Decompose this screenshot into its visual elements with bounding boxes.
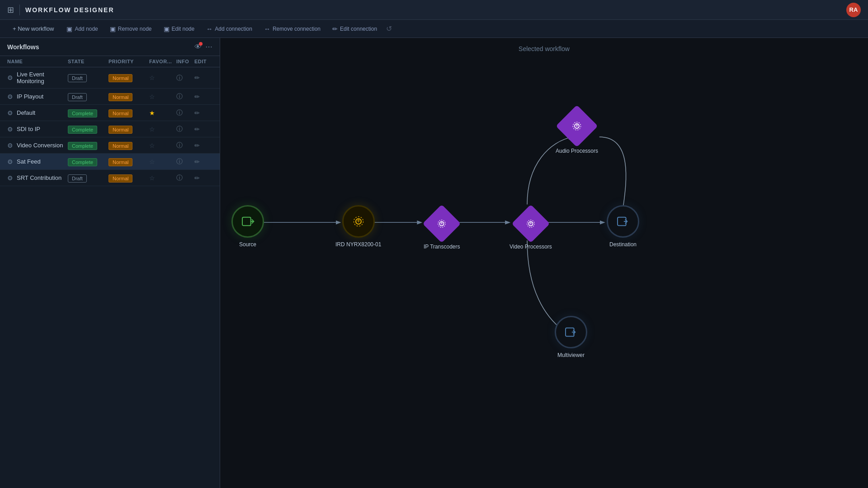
edit-icon[interactable]: ✏ <box>194 93 200 100</box>
info-icon[interactable]: ⓘ <box>176 174 183 181</box>
destination-node[interactable]: Destination <box>607 205 639 248</box>
edit-icon[interactable]: ✏ <box>194 74 200 81</box>
favorite-icon[interactable]: ☆ <box>149 158 155 165</box>
add-connection-icon: ↔ <box>206 25 212 33</box>
table-header: NAME STATE PRIORITY FAVOR... INFO EDIT <box>0 56 220 67</box>
workflow-row-live-event[interactable]: ⚙ Live Event Monitoring Draft Normal ☆ ⓘ… <box>0 67 220 89</box>
info-icon[interactable]: ⓘ <box>176 109 183 116</box>
ird-node[interactable]: IRD NYRX8200-01 <box>335 205 381 248</box>
undo-button[interactable]: ↺ <box>386 24 392 33</box>
grid-icon[interactable]: ⊞ <box>7 5 14 15</box>
priority-badge: Normal <box>108 142 132 150</box>
state-badge: Complete <box>68 158 97 166</box>
app-title: WORKFLOW DESIGNER <box>25 6 114 14</box>
state-badge: Complete <box>68 142 97 150</box>
priority-badge: Normal <box>108 174 132 183</box>
workflow-row-ip-playout[interactable]: ⚙ IP Playout Draft Normal ☆ ⓘ ✏ <box>0 89 220 105</box>
workflow-row-default[interactable]: ⚙ Default Complete Normal ★ ⓘ ✏ <box>0 105 220 121</box>
sidebar-actions: 👁 ⋯ <box>194 42 212 51</box>
priority-badge: Normal <box>108 93 132 101</box>
destination-label: Destination <box>609 241 637 248</box>
priority-badge: Normal <box>108 158 132 166</box>
workflow-row-video-conversion[interactable]: ⚙ Video Conversion Complete Normal ☆ ⓘ ✏ <box>0 137 220 154</box>
video-processors-node[interactable]: Video Processors <box>509 207 552 250</box>
edit-connection-icon: ✏ <box>332 25 338 33</box>
workflow-icon: ⚙ <box>7 126 13 133</box>
edit-node-button[interactable]: ▣ Edit node <box>159 23 199 34</box>
favorite-icon[interactable]: ☆ <box>149 74 155 81</box>
info-icon[interactable]: ⓘ <box>176 125 183 132</box>
main-content: Workflows 👁 ⋯ NAME STATE PRIORITY FAVOR.… <box>0 38 868 488</box>
multiviewer-node[interactable]: Multiviewer <box>555 316 587 358</box>
ip-transcoders-node[interactable]: IP Transcoders <box>424 207 460 250</box>
edit-icon[interactable]: ✏ <box>194 142 200 149</box>
nav-divider <box>19 5 20 15</box>
ip-transcoders-label: IP Transcoders <box>424 244 460 250</box>
toolbar: + New workflow ▣ Add node ▣ Remove node … <box>0 20 868 38</box>
filter-icon-button[interactable]: 👁 <box>194 43 202 51</box>
add-node-icon: ▣ <box>66 25 72 33</box>
workflow-row-srt-contribution[interactable]: ⚙ SRT Contribution Draft Normal ☆ ⓘ ✏ <box>0 170 220 186</box>
workflow-name: SRT Contribution <box>17 174 61 181</box>
ip-transcoders-diamond <box>425 207 458 240</box>
workflow-name: Video Conversion <box>17 142 63 149</box>
add-node-button[interactable]: ▣ Add node <box>62 23 102 34</box>
more-icon: ⋯ <box>205 43 212 51</box>
remove-node-button[interactable]: ▣ Remove node <box>105 23 156 34</box>
workflow-row-sdi-to-ip[interactable]: ⚙ SDI to IP Complete Normal ☆ ⓘ ✏ <box>0 121 220 137</box>
edit-icon[interactable]: ✏ <box>194 126 200 133</box>
favorite-icon[interactable]: ☆ <box>149 126 155 133</box>
edit-icon[interactable]: ✏ <box>194 174 200 182</box>
more-options-button[interactable]: ⋯ <box>205 42 212 51</box>
audio-processors-node[interactable]: Audio Processors <box>556 108 598 154</box>
workflow-name: SDI to IP <box>17 126 40 132</box>
remove-connection-button[interactable]: ↔ Remove connection <box>259 23 325 34</box>
add-connection-button[interactable]: ↔ Add connection <box>202 23 257 34</box>
workflow-name: Default <box>17 109 35 116</box>
avatar[interactable]: RA <box>846 3 861 17</box>
canvas-label: Selected workflow <box>519 45 570 52</box>
workflow-icon: ⚙ <box>7 74 13 81</box>
workflow-icon: ⚙ <box>7 158 13 165</box>
favorite-icon[interactable]: ☆ <box>149 174 155 182</box>
priority-badge: Normal <box>108 74 132 82</box>
workflow-icon: ⚙ <box>7 109 13 117</box>
edit-node-icon: ▣ <box>164 25 170 33</box>
workflow-icon: ⚙ <box>7 142 13 149</box>
source-circle <box>231 205 264 238</box>
destination-circle <box>607 205 639 238</box>
ird-label: IRD NYRX8200-01 <box>335 241 381 248</box>
info-icon[interactable]: ⓘ <box>176 158 183 165</box>
favorite-icon[interactable]: ☆ <box>149 142 155 149</box>
canvas-area[interactable]: Selected workflow <box>220 38 868 488</box>
info-icon[interactable]: ⓘ <box>176 74 183 81</box>
top-nav: ⊞ WORKFLOW DESIGNER RA <box>0 0 868 20</box>
edit-connection-button[interactable]: ✏ Edit connection <box>328 23 382 34</box>
source-node[interactable]: Source <box>231 205 264 248</box>
workflow-name: IP Playout <box>17 93 43 100</box>
audio-processors-label: Audio Processors <box>556 148 598 154</box>
workflow-row-sat-feed[interactable]: ⚙ Sat Feed Complete Normal ☆ ⓘ ✏ <box>0 154 220 170</box>
info-icon[interactable]: ⓘ <box>176 141 183 149</box>
remove-connection-icon: ↔ <box>264 25 270 33</box>
workflow-name: Sat Feed <box>17 158 41 165</box>
ird-circle <box>342 205 375 238</box>
state-badge: Draft <box>68 174 87 183</box>
connections-svg <box>220 38 868 488</box>
priority-badge: Normal <box>108 109 132 117</box>
video-processors-label: Video Processors <box>509 244 552 250</box>
remove-node-icon: ▣ <box>110 25 116 33</box>
sidebar-header: Workflows 👁 ⋯ <box>0 38 220 56</box>
new-workflow-button[interactable]: + New workflow <box>7 23 59 34</box>
sidebar: Workflows 👁 ⋯ NAME STATE PRIORITY FAVOR.… <box>0 38 220 488</box>
info-icon[interactable]: ⓘ <box>176 93 183 100</box>
edit-icon[interactable]: ✏ <box>194 158 200 165</box>
workflow-name: Live Event Monitoring <box>17 71 68 84</box>
source-label: Source <box>239 241 256 248</box>
close-dot <box>199 42 203 46</box>
favorite-icon[interactable]: ☆ <box>149 93 155 100</box>
state-badge: Complete <box>68 126 97 134</box>
svg-rect-6 <box>242 217 251 226</box>
favorite-icon[interactable]: ★ <box>149 109 155 117</box>
edit-icon[interactable]: ✏ <box>194 109 200 117</box>
